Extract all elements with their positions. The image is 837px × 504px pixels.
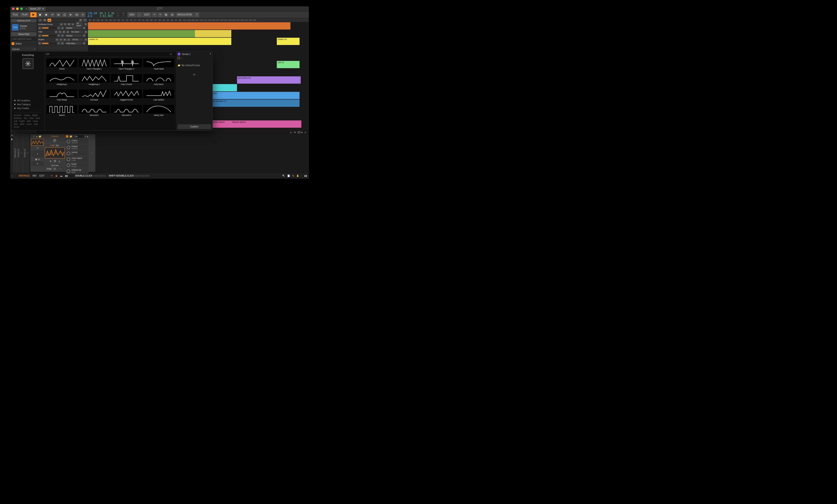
clip[interactable]: Glocken — [209, 92, 300, 99]
chevron-right-icon[interactable]: ▸ — [87, 135, 88, 138]
shuffle-icon[interactable] — [122, 15, 126, 17]
output-play-icon[interactable]: ▸ — [61, 34, 64, 37]
browser-item[interactable]: Holy Mosc — [143, 74, 174, 88]
browser-filter-row[interactable]: ✱Any Creator — [14, 106, 42, 110]
ruler-tick[interactable]: 71 — [122, 19, 126, 21]
volume-slider[interactable] — [42, 35, 56, 36]
device-chain-tab[interactable]: PROJECT — [14, 133, 17, 173]
browser-item[interactable]: Heart Beat — [143, 59, 174, 73]
folder-icon[interactable]: 📁 — [38, 135, 42, 138]
clip[interactable]: SC for Glocken #3 — [209, 99, 300, 107]
tag-chip[interactable]: soft — [14, 120, 17, 122]
param-knob[interactable] — [67, 152, 70, 155]
preview-close-button[interactable]: × — [210, 52, 211, 55]
fx-icon[interactable]: ≡ — [57, 34, 60, 37]
add-device-after-button[interactable]: + — [89, 152, 94, 154]
clip[interactable]: shaker #3 — [277, 38, 300, 45]
maximize-window-button[interactable] — [20, 7, 23, 10]
ruler-tick[interactable]: 109 — [199, 19, 203, 21]
solo-button[interactable]: S — [59, 38, 63, 41]
ruler-tick[interactable]: 135 — [253, 19, 257, 21]
browser-item[interactable]: March — [47, 105, 77, 119]
mute-button[interactable]: M — [63, 38, 67, 41]
mute-button[interactable]: M — [62, 31, 66, 33]
tag-chip[interactable]: glide — [20, 123, 24, 125]
track-name[interactable]: shaker — [38, 38, 44, 41]
ruler-tick[interactable]: 77 — [134, 19, 138, 21]
view-grid-button[interactable]: ⊞ — [43, 19, 47, 22]
project-tab[interactable]: frosch_21* × — [28, 7, 46, 11]
param-knob[interactable] — [67, 163, 70, 167]
add-chain-button[interactable]: + — [20, 133, 23, 173]
input-monitor-icon[interactable]: ◂ — [71, 23, 74, 26]
ruler-tick[interactable]: 95 — [171, 19, 175, 21]
active-dot-icon[interactable] — [66, 135, 69, 138]
play-button[interactable] — [30, 12, 37, 17]
transport-display[interactable]: 130.00 4/4 99.3.2.36 3:02.003 — [86, 12, 127, 18]
ruler-tick[interactable]: 79 — [138, 19, 142, 21]
repeat-icon[interactable] — [122, 12, 126, 15]
param-row[interactable]: Modemono — [66, 163, 88, 168]
output-dropdown[interactable]: Master — [65, 26, 82, 29]
ruler-tick[interactable]: 65 — [109, 19, 113, 21]
active-toggle[interactable]: Active — [11, 42, 36, 45]
input-monitor-icon[interactable]: ◂ — [67, 38, 70, 41]
ruler-tick[interactable]: 103 — [187, 19, 191, 21]
param-row[interactable]: GlideModetime — [66, 168, 88, 174]
add-slot-2-button[interactable]: + — [31, 161, 44, 166]
solo-button[interactable]: S — [58, 31, 61, 33]
view-blocks-button[interactable]: ▬ — [48, 19, 51, 22]
close-param-icon[interactable]: × — [85, 135, 86, 138]
preroll-button[interactable] — [68, 12, 73, 17]
tag-chip[interactable]: fast — [24, 117, 27, 119]
ruler-tick[interactable]: 107 — [195, 19, 199, 21]
tag-chip[interactable]: dirty — [14, 123, 18, 125]
undo-button[interactable]: ↶ — [152, 12, 157, 17]
clock-icon[interactable]: ◷ — [38, 158, 40, 161]
pager-value[interactable]: 2/1 ▾ — [298, 131, 303, 134]
file-menu-button[interactable]: FILE — [11, 12, 20, 17]
play-label-button[interactable]: PLAY — [20, 12, 30, 17]
mixer-icon[interactable]: ▮ — [11, 138, 13, 141]
tag-chip[interactable]: clean — [33, 120, 38, 122]
pointer-tool-button[interactable]: ↖ — [83, 19, 87, 22]
clip[interactable]: shaker #2 — [88, 38, 231, 45]
input-dropdown[interactable]: No input — [71, 31, 83, 33]
record-button[interactable] — [43, 12, 49, 17]
track-fold-icon[interactable]: ▸ — [38, 42, 41, 45]
mute-button[interactable]: M — [67, 23, 71, 26]
redo-button[interactable]: ↷ — [158, 12, 163, 17]
ruler-tick[interactable]: 133 — [249, 19, 253, 21]
ruler-tick[interactable]: 61 — [101, 19, 105, 21]
clip[interactable]: ohh #1 — [277, 61, 300, 68]
ruler-tick[interactable]: 117 — [216, 19, 220, 21]
tag-chip[interactable]: hard — [36, 117, 40, 119]
edit-menu-button[interactable]: EDIT — [142, 12, 151, 17]
ruler-tick[interactable]: 99 — [179, 19, 183, 21]
ruler-tick[interactable]: 69 — [118, 19, 122, 21]
param-knob[interactable] — [67, 157, 70, 161]
delete-button[interactable] — [170, 12, 175, 17]
ruler-tick[interactable]: 121 — [224, 19, 228, 21]
ruler-tick[interactable]: 123 — [228, 19, 232, 21]
loop-button[interactable]: ⟲ — [80, 12, 85, 17]
output-dropdown[interactable]: Häts Mas… — [65, 42, 82, 45]
chevron-down-icon[interactable]: ▾ — [83, 42, 86, 45]
ruler-tick[interactable]: 81 — [142, 19, 146, 21]
tempo-value[interactable]: 130.00 — [87, 12, 97, 15]
ruler-tick[interactable]: 131 — [245, 19, 249, 21]
crown-icon[interactable]: ♔ — [11, 134, 13, 136]
device-chain-icon[interactable]: ⊶ — [51, 174, 53, 177]
ruler-tick[interactable]: 115 — [212, 19, 216, 21]
moon-icon[interactable]: ☾ — [33, 135, 36, 138]
favorite-toggle[interactable] — [178, 57, 180, 59]
ruler-tick[interactable]: 91 — [163, 19, 167, 21]
device-expand-icon[interactable]: ▸ — [36, 135, 38, 138]
device-chain-tab[interactable]: BAZILLE — [23, 133, 26, 173]
curves-selector[interactable]: Curves ⇢ — [11, 47, 36, 51]
track-header[interactable]: shaker ● S M ◂ All Ins ▾ ▸ ≡ ▸ Häts Mas…… — [37, 38, 88, 45]
folder-small-icon[interactable]: 📁 — [69, 135, 73, 138]
help-button[interactable]: ? — [194, 12, 199, 17]
ruler-tick[interactable]: 57 — [93, 19, 97, 21]
tag-chip[interactable]: digital — [32, 114, 37, 116]
